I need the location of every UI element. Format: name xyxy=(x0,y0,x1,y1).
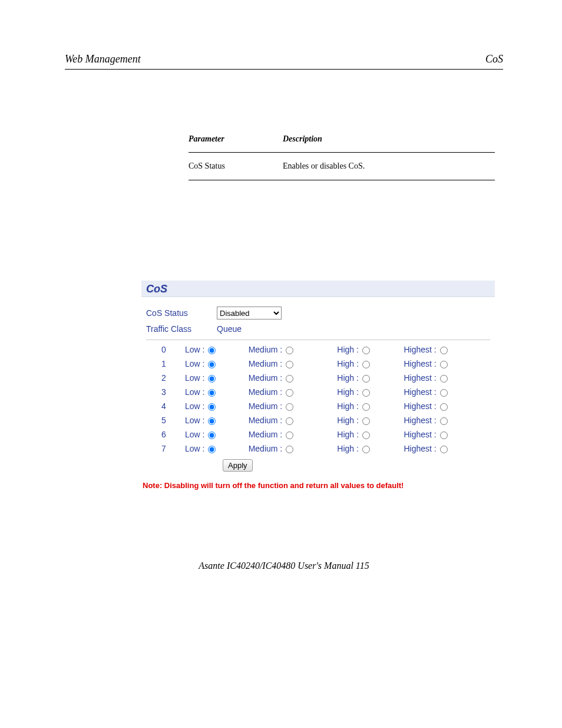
queue-radio[interactable] xyxy=(362,446,370,453)
queue-cell: Low : xyxy=(185,357,249,371)
cos-header-rule xyxy=(146,340,490,340)
traffic-class-value: 7 xyxy=(146,442,185,456)
radio-label: High : xyxy=(337,359,359,368)
radio-label: Medium : xyxy=(249,416,283,425)
radio-label: Low : xyxy=(185,345,204,354)
queue-header-row: Traffic Class Queue xyxy=(146,322,490,336)
radio-label: Low : xyxy=(185,359,204,368)
queue-radio[interactable] xyxy=(208,446,216,453)
queue-cell: Low : xyxy=(185,371,249,385)
queue-radio[interactable] xyxy=(286,417,293,425)
traffic-class-value: 1 xyxy=(146,357,185,371)
queue-cell: Highest : xyxy=(404,371,491,385)
radio-label: High : xyxy=(337,387,359,397)
cos-body: CoS Status Disabled Traffic Class Queue … xyxy=(141,297,495,479)
queue-cell: High : xyxy=(337,413,404,427)
queue-radio[interactable] xyxy=(286,389,293,397)
queue-radio[interactable] xyxy=(286,403,293,411)
queue-cell: High : xyxy=(337,342,404,357)
queue-cell: Highest : xyxy=(404,342,491,357)
queue-radio[interactable] xyxy=(208,389,216,397)
queue-cell: High : xyxy=(337,442,404,456)
queue-radio[interactable] xyxy=(362,375,370,383)
queue-radio[interactable] xyxy=(362,403,370,411)
queue-radio[interactable] xyxy=(440,403,448,411)
queue-radio[interactable] xyxy=(440,347,448,354)
radio-label: Highest : xyxy=(404,430,437,439)
radio-label: High : xyxy=(337,444,359,453)
queue-cell: Medium : xyxy=(249,371,338,385)
table-row: 4Low :Medium :High :Highest : xyxy=(146,399,490,413)
traffic-class-value: 2 xyxy=(146,371,185,385)
radio-label: Low : xyxy=(185,430,204,439)
radio-label: Highest : xyxy=(404,444,437,453)
table-row: 2Low :Medium :High :Highest : xyxy=(146,371,490,385)
queue-radio[interactable] xyxy=(362,431,370,439)
queue-cell: Medium : xyxy=(249,399,338,413)
radio-label: Medium : xyxy=(249,444,283,453)
radio-label: Highest : xyxy=(404,373,437,383)
queue-radio[interactable] xyxy=(208,403,216,411)
queue-radio[interactable] xyxy=(362,389,370,397)
queue-radio[interactable] xyxy=(208,347,216,354)
param-desc: Enables or disables CoS. xyxy=(283,161,495,172)
col-parameter: Parameter xyxy=(189,134,283,144)
radio-label: Medium : xyxy=(249,359,283,368)
queue-radio[interactable] xyxy=(440,417,448,425)
queue-radio[interactable] xyxy=(208,361,216,368)
queue-table-body: 0Low :Medium :High :Highest :1Low :Mediu… xyxy=(146,342,490,456)
queue-radio[interactable] xyxy=(208,417,216,425)
queue-radio[interactable] xyxy=(286,375,293,383)
queue-radio[interactable] xyxy=(440,361,448,368)
queue-cell: Highest : xyxy=(404,399,491,413)
queue-radio[interactable] xyxy=(440,389,448,397)
radio-label: High : xyxy=(337,373,359,383)
disable-note: Note: Disabling will turn off the functi… xyxy=(141,479,495,490)
queue-cell: Low : xyxy=(185,413,249,427)
running-header: Web Management CoS xyxy=(65,53,503,69)
queue-radio[interactable] xyxy=(286,361,293,368)
apply-button[interactable]: Apply xyxy=(223,459,253,472)
cos-status-label: CoS Status xyxy=(146,308,217,318)
queue-cell: Highest : xyxy=(404,427,491,442)
table-row: 3Low :Medium :High :Highest : xyxy=(146,385,490,399)
queue-cell: Highest : xyxy=(404,442,491,456)
queue-cell: Medium : xyxy=(249,442,338,456)
radio-label: Highest : xyxy=(404,345,437,354)
queue-cell: Medium : xyxy=(249,385,338,399)
queue-cell: Highest : xyxy=(404,385,491,399)
queue-radio[interactable] xyxy=(286,431,293,439)
page: Web Management CoS Parameter Description… xyxy=(0,0,562,607)
queue-cell: Highest : xyxy=(404,413,491,427)
queue-radio[interactable] xyxy=(440,446,448,453)
queue-radio[interactable] xyxy=(286,347,293,354)
radio-label: Highest : xyxy=(404,359,437,368)
radio-label: Highest : xyxy=(404,401,437,411)
radio-label: Low : xyxy=(185,416,204,425)
queue-radio[interactable] xyxy=(440,431,448,439)
queue-radio[interactable] xyxy=(286,446,293,453)
radio-label: Medium : xyxy=(249,345,283,354)
radio-label: Low : xyxy=(185,444,204,453)
cos-title: CoS xyxy=(146,283,167,295)
cos-panel: CoS CoS Status Disabled Traffic Class Qu… xyxy=(141,281,495,490)
radio-label: Medium : xyxy=(249,373,283,383)
header-left: Web Management xyxy=(65,53,141,65)
page-footer: Asante IC40240/IC40480 User's Manual 115 xyxy=(65,561,503,571)
cos-status-select[interactable]: Disabled xyxy=(217,307,282,319)
table-row: 1Low :Medium :High :Highest : xyxy=(146,357,490,371)
queue-cell: Medium : xyxy=(249,342,338,357)
queue-radio[interactable] xyxy=(208,431,216,439)
radio-label: High : xyxy=(337,430,359,439)
queue-cell: Medium : xyxy=(249,357,338,371)
queue-cell: Low : xyxy=(185,399,249,413)
radio-label: Low : xyxy=(185,387,204,397)
queue-radio[interactable] xyxy=(440,375,448,383)
queue-radio[interactable] xyxy=(208,375,216,383)
queue-radio[interactable] xyxy=(362,361,370,368)
radio-label: High : xyxy=(337,401,359,411)
queue-radio[interactable] xyxy=(362,347,370,354)
param-row-cos-status: CoS Status Enables or disables CoS. xyxy=(189,161,495,172)
queue-cell: Low : xyxy=(185,342,249,357)
queue-radio[interactable] xyxy=(362,417,370,425)
